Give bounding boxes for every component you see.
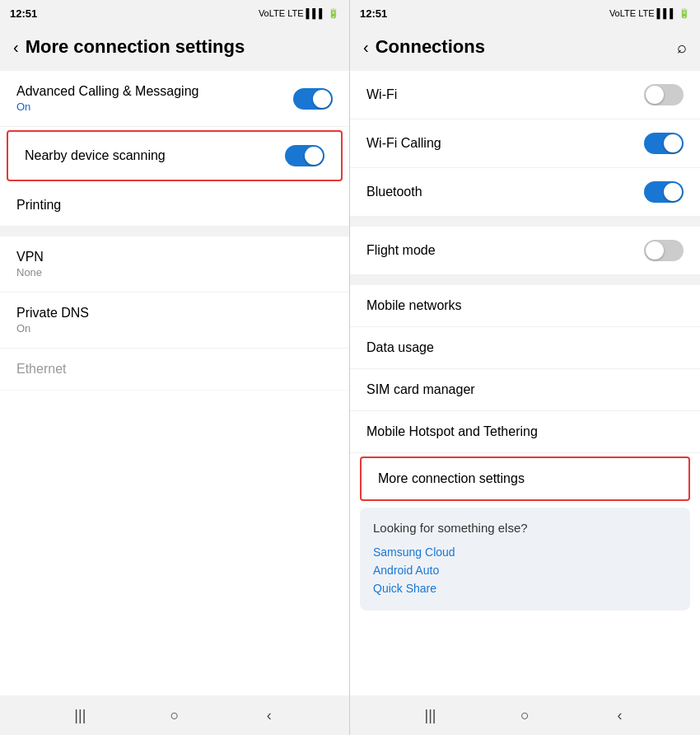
right-signal-icons: VoLTE LTE ▌▌▌ 🔋	[609, 8, 690, 19]
nearby-device-toggle[interactable]	[285, 145, 324, 166]
mobile-networks-item[interactable]: Mobile networks	[350, 285, 700, 327]
left-divider-1	[0, 227, 349, 236]
left-back-button[interactable]: ‹	[13, 38, 19, 57]
nearby-device-label: Nearby device scanning	[25, 148, 166, 163]
right-divider-1	[350, 217, 700, 227]
advanced-calling-toggle[interactable]	[293, 88, 333, 110]
sim-card-item[interactable]: SIM card manager	[350, 369, 700, 411]
vpn-label: VPN	[16, 250, 44, 265]
samsung-cloud-link[interactable]: Samsung Cloud	[373, 543, 677, 561]
ethernet-text: Ethernet	[16, 362, 66, 377]
nearby-device-item[interactable]: Nearby device scanning	[7, 130, 343, 181]
left-panel: 12:51 VoLTE LTE ▌▌▌ 🔋 ‹ More connection …	[0, 0, 350, 735]
mobile-hotspot-label: Mobile Hotspot and Tethering	[366, 424, 538, 439]
private-dns-item[interactable]: Private DNS On	[0, 293, 349, 349]
android-auto-link[interactable]: Android Auto	[373, 561, 677, 579]
nearby-device-text: Nearby device scanning	[25, 148, 166, 163]
right-settings-list: Wi-Fi Wi-Fi Calling Bluetooth Flight mod…	[350, 71, 700, 695]
left-home-button[interactable]: ○	[158, 699, 191, 732]
quick-share-link[interactable]: Quick Share	[373, 579, 677, 597]
right-nav-bar: ||| ○ ‹	[350, 695, 700, 735]
ethernet-item[interactable]: Ethernet	[0, 349, 349, 391]
bluetooth-item[interactable]: Bluetooth	[350, 168, 700, 217]
right-divider-2	[350, 275, 700, 285]
right-back-nav-button[interactable]: ‹	[604, 699, 637, 732]
wifi-calling-label: Wi-Fi Calling	[366, 136, 441, 151]
ethernet-label: Ethernet	[16, 362, 66, 377]
printing-item[interactable]: Printing	[0, 185, 349, 227]
sim-card-label: SIM card manager	[366, 382, 475, 397]
wifi-toggle[interactable]	[644, 84, 684, 105]
left-time: 12:51	[10, 7, 37, 20]
data-usage-label: Data usage	[366, 340, 434, 355]
left-status-bar: 12:51 VoLTE LTE ▌▌▌ 🔋	[0, 0, 349, 26]
private-dns-sublabel: On	[16, 322, 89, 335]
more-connection-item[interactable]: More connection settings	[360, 456, 690, 501]
search-icon[interactable]: ⌕	[677, 38, 687, 57]
private-dns-text: Private DNS On	[16, 306, 89, 335]
left-signal-icons: VoLTE LTE ▌▌▌ 🔋	[259, 8, 339, 19]
more-connection-label: More connection settings	[378, 471, 525, 486]
data-usage-item[interactable]: Data usage	[350, 327, 700, 369]
left-settings-list: Advanced Calling & Messaging On Nearby d…	[0, 71, 349, 695]
mobile-hotspot-item[interactable]: Mobile Hotspot and Tethering	[350, 411, 700, 453]
left-back-nav-button[interactable]: ‹	[253, 699, 286, 732]
left-nav-bar: ||| ○ ‹	[0, 695, 349, 735]
left-header: ‹ More connection settings	[0, 26, 349, 71]
mobile-networks-label: Mobile networks	[366, 298, 462, 313]
wifi-calling-item[interactable]: Wi-Fi Calling	[350, 119, 700, 168]
bluetooth-toggle[interactable]	[644, 181, 684, 203]
right-status-icons: VoLTE LTE ▌▌▌ 🔋	[609, 8, 690, 19]
right-home-button[interactable]: ○	[509, 699, 542, 732]
advanced-calling-label: Advanced Calling & Messaging	[16, 84, 198, 99]
advanced-calling-sublabel: On	[16, 101, 198, 113]
right-status-bar: 12:51 VoLTE LTE ▌▌▌ 🔋	[350, 0, 700, 26]
right-panel: 12:51 VoLTE LTE ▌▌▌ 🔋 ‹ Connections ⌕ Wi…	[350, 0, 700, 735]
right-header: ‹ Connections ⌕	[350, 26, 700, 71]
printing-text: Printing	[16, 198, 61, 213]
right-back-button[interactable]: ‹	[363, 38, 369, 57]
wifi-item[interactable]: Wi-Fi	[350, 71, 700, 119]
private-dns-label: Private DNS	[16, 306, 89, 321]
vpn-sublabel: None	[16, 266, 44, 279]
bluetooth-label: Bluetooth	[366, 185, 422, 199]
vpn-text: VPN None	[16, 250, 44, 279]
wifi-calling-toggle[interactable]	[644, 133, 684, 154]
looking-section: Looking for something else? Samsung Clou…	[360, 508, 690, 611]
left-menu-button[interactable]: |||	[63, 699, 96, 732]
flight-mode-label: Flight mode	[366, 243, 436, 258]
printing-label: Printing	[16, 198, 61, 213]
vpn-item[interactable]: VPN None	[0, 236, 349, 293]
left-status-icons: VoLTE LTE ▌▌▌ 🔋	[259, 8, 339, 19]
advanced-calling-item[interactable]: Advanced Calling & Messaging On	[0, 71, 349, 127]
right-menu-button[interactable]: |||	[414, 699, 447, 732]
advanced-calling-text: Advanced Calling & Messaging On	[16, 84, 198, 113]
flight-mode-item[interactable]: Flight mode	[350, 227, 700, 275]
right-time: 12:51	[360, 7, 387, 20]
wifi-label: Wi-Fi	[366, 87, 397, 102]
left-page-title: More connection settings	[26, 36, 245, 58]
flight-mode-toggle[interactable]	[644, 240, 684, 261]
right-page-title: Connections	[376, 36, 485, 58]
looking-title: Looking for something else?	[373, 521, 677, 535]
